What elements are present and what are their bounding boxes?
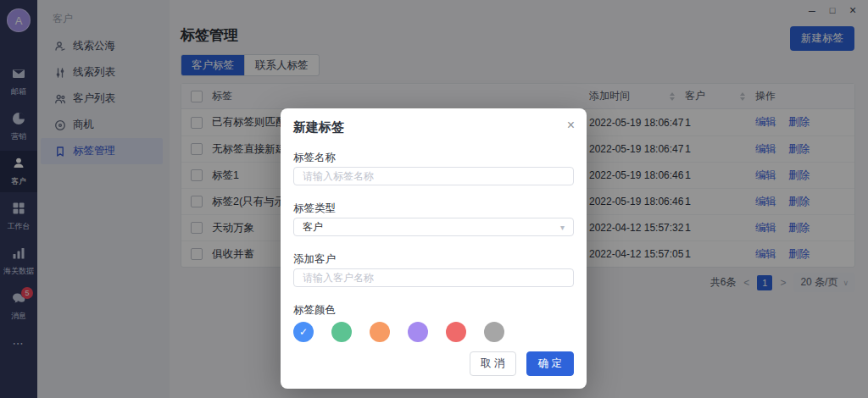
- new-tag-modal: 新建标签 × 标签名称 标签类型 客户 ▾ 添加客户 标签颜色 ✓ 取 消 确 …: [281, 108, 587, 389]
- tag-type-select[interactable]: 客户 ▾: [293, 218, 574, 236]
- tag-type-value: 客户: [303, 220, 323, 235]
- color-swatches: ✓: [293, 322, 574, 342]
- tag-name-input[interactable]: [293, 167, 574, 185]
- chevron-down-icon: ▾: [560, 223, 565, 232]
- color-swatch-green[interactable]: [331, 322, 352, 342]
- modal-title: 新建标签: [293, 119, 574, 135]
- cancel-button[interactable]: 取 消: [470, 351, 515, 376]
- color-swatch-orange[interactable]: [370, 322, 390, 342]
- modal-footer: 取 消 确 定: [470, 351, 574, 376]
- tag-color-label: 标签颜色: [293, 304, 574, 316]
- check-icon: ✓: [299, 326, 308, 338]
- confirm-button[interactable]: 确 定: [526, 351, 574, 376]
- close-icon[interactable]: ×: [567, 118, 575, 133]
- color-swatch-red[interactable]: [446, 322, 466, 342]
- add-customer-label: 添加客户: [293, 253, 574, 265]
- color-swatch-gray[interactable]: [484, 322, 504, 342]
- color-swatch-purple[interactable]: [408, 322, 428, 342]
- color-swatch-blue-selected[interactable]: ✓: [293, 322, 314, 342]
- add-customer-input[interactable]: [293, 268, 574, 287]
- tag-type-label: 标签类型: [293, 202, 574, 214]
- app-window: A 邮箱 营销 客户: [0, 0, 868, 398]
- tag-name-label: 标签名称: [293, 152, 574, 163]
